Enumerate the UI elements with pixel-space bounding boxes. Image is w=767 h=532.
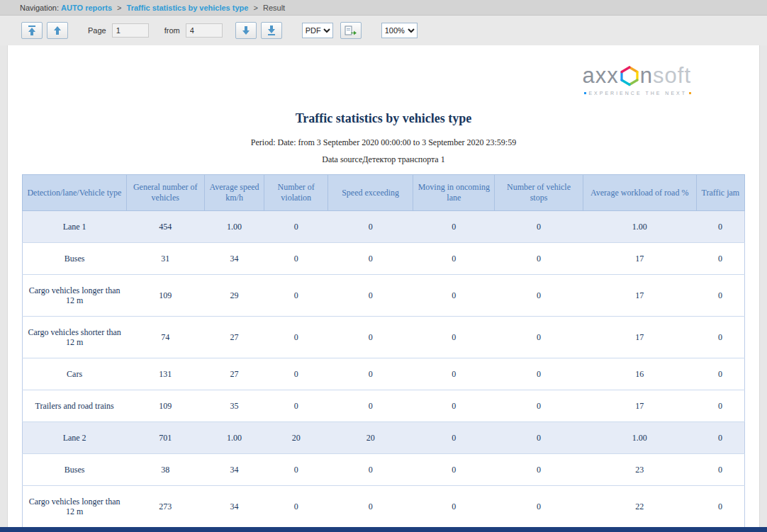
value-cell: 0	[413, 390, 495, 422]
breadcrumb-report-type[interactable]: Traffic statistics by vehicles type	[127, 4, 249, 12]
value-cell: 0	[696, 422, 744, 454]
value-cell: 34	[204, 243, 264, 275]
value-cell: 0	[264, 275, 328, 317]
value-cell: 20	[328, 422, 413, 454]
value-cell: 0	[495, 390, 583, 422]
value-cell: 0	[696, 486, 744, 528]
page: Navigation: AUTO reports > Traffic stati…	[0, 0, 767, 532]
row-label-cell: Cargo vehicles longer than 12 m	[23, 486, 127, 528]
export-format-select[interactable]: PDF	[302, 23, 333, 38]
zoom-select[interactable]: 100%	[381, 23, 418, 38]
tagline-dot-blue	[584, 92, 586, 94]
value-cell: 17	[583, 390, 696, 422]
value-cell: 20	[264, 422, 328, 454]
next-page-button[interactable]	[235, 22, 257, 39]
value-cell: 109	[126, 390, 204, 422]
report-data-source: Data sourceДетектор транспорта 1	[8, 154, 759, 164]
value-cell: 0	[696, 317, 744, 358]
lane-row: Lane 14541.0000001.000	[23, 211, 745, 243]
export-button[interactable]	[340, 22, 362, 39]
lane-row: Lane 27011.002020001.000	[23, 422, 745, 454]
value-cell: 34	[204, 454, 264, 486]
breadcrumb-separator: >	[253, 4, 257, 12]
column-header: Average workload of road %	[583, 175, 696, 211]
value-cell: 0	[413, 243, 495, 275]
row-label-cell: Cars	[23, 358, 127, 390]
navigation-label: Navigation:	[20, 4, 59, 12]
value-cell: 0	[264, 454, 328, 486]
header-row: Detection/lane/Vehicle typeGeneral numbe…	[23, 175, 745, 211]
value-cell: 17	[583, 243, 696, 275]
footer-bar	[0, 527, 767, 532]
total-pages-input[interactable]	[186, 23, 223, 38]
value-cell: 0	[413, 358, 495, 390]
value-cell: 0	[696, 275, 744, 317]
vehicle-row: Trailers and road trains109350000170	[23, 390, 745, 422]
value-cell: 0	[328, 454, 413, 486]
value-cell: 0	[328, 390, 413, 422]
logo-text-n: n	[640, 65, 653, 86]
vehicle-row: Cargo vehicles longer than 12 m273340000…	[23, 486, 745, 528]
value-cell: 1.00	[583, 211, 696, 243]
value-cell: 0	[413, 486, 495, 528]
value-cell: 0	[495, 275, 583, 317]
hexagon-icon	[620, 65, 639, 86]
breadcrumb-separator: >	[117, 4, 121, 12]
breadcrumb-result: Result	[263, 4, 285, 12]
value-cell: 0	[495, 243, 583, 275]
report-table: Detection/lane/Vehicle typeGeneral numbe…	[22, 174, 745, 528]
value-cell: 0	[495, 358, 583, 390]
value-cell: 17	[583, 275, 696, 317]
value-cell: 131	[126, 358, 204, 390]
page-number-input[interactable]	[112, 23, 149, 38]
row-label-cell: Buses	[23, 454, 127, 486]
value-cell: 0	[264, 358, 328, 390]
value-cell: 0	[264, 317, 328, 358]
value-cell: 0	[264, 211, 328, 243]
row-label-cell: Lane 1	[23, 211, 127, 243]
report-period: Period: Date: from 3 September 2020 00:0…	[8, 137, 759, 147]
value-cell: 0	[495, 317, 583, 358]
value-cell: 0	[264, 486, 328, 528]
value-cell: 0	[495, 211, 583, 243]
arrow-down-bar-icon	[267, 26, 276, 35]
value-cell: 29	[204, 275, 264, 317]
value-cell: 27	[204, 317, 264, 358]
last-page-button[interactable]	[261, 22, 282, 39]
column-header: Speed exceeding	[328, 175, 413, 211]
tagline-dot-orange	[689, 92, 691, 94]
previous-page-button[interactable]	[47, 22, 68, 39]
axxonsoft-logo: axx nsoft EXPERIENCE THE NEXT	[583, 65, 691, 96]
breadcrumb-auto-reports[interactable]: AUTO reports	[61, 4, 112, 12]
column-header: Number of violation	[264, 175, 328, 211]
logo-text-soft: soft	[653, 65, 691, 86]
vehicle-row: Cargo vehicles shorter than 12 m74270000…	[23, 317, 745, 358]
value-cell: 31	[126, 243, 204, 275]
vehicle-row: Cargo vehicles longer than 12 m109290000…	[23, 275, 745, 317]
column-header: Traffic jam	[696, 175, 744, 211]
row-label-cell: Cargo vehicles longer than 12 m	[23, 275, 127, 317]
first-page-button[interactable]	[21, 22, 43, 39]
row-label-cell: Trailers and road trains	[23, 390, 127, 422]
value-cell: 0	[413, 317, 495, 358]
value-cell: 0	[264, 390, 328, 422]
vehicle-row: Cars131270000160	[23, 358, 745, 390]
row-label-cell: Cargo vehicles shorter than 12 m	[23, 317, 127, 358]
from-label: from	[164, 26, 180, 35]
logo-text-axx: axx	[583, 65, 619, 86]
value-cell: 0	[413, 422, 495, 454]
value-cell: 273	[126, 486, 204, 528]
value-cell: 0	[413, 454, 495, 486]
value-cell: 701	[126, 422, 204, 454]
column-header: General number of vehicles	[126, 175, 204, 211]
value-cell: 1.00	[583, 422, 696, 454]
value-cell: 1.00	[204, 211, 264, 243]
value-cell: 109	[126, 275, 204, 317]
value-cell: 16	[583, 358, 696, 390]
value-cell: 454	[126, 211, 204, 243]
table-body: Lane 14541.0000001.000Buses31340000170Ca…	[23, 211, 745, 528]
value-cell: 0	[696, 454, 744, 486]
value-cell: 0	[696, 243, 744, 275]
logo-tagline: EXPERIENCE THE NEXT	[583, 91, 691, 96]
value-cell: 1.00	[204, 422, 264, 454]
